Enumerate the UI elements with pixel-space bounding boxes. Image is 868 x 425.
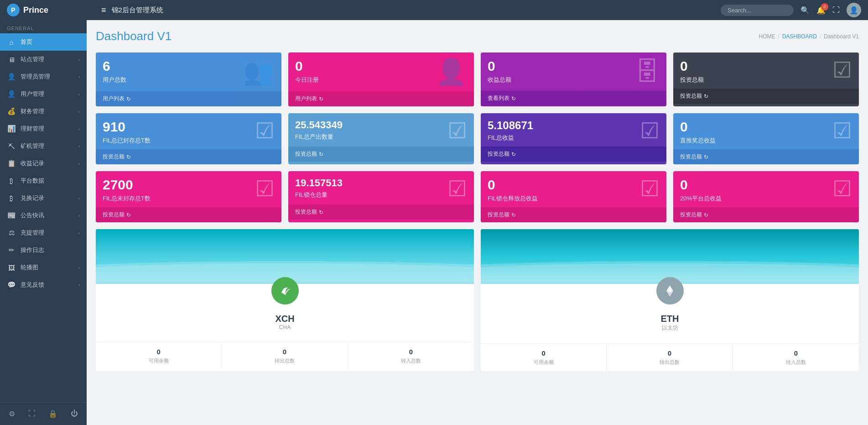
refresh-icon-6: ↻ xyxy=(319,151,323,157)
stat-card-link-total-income[interactable]: 查看列表 ↻ xyxy=(481,91,666,106)
sidebar-item-feedback[interactable]: 💬 意见反馈 › xyxy=(0,276,87,294)
stat-card-direct-bonus[interactable]: 0 直推奖总收益 ☑ 投资总额 ↻ xyxy=(673,113,859,164)
stat-link-fil-released[interactable]: 投资总额 ↻ xyxy=(488,211,516,219)
stat-link-fil-income[interactable]: 投资总额 ↻ xyxy=(488,150,516,158)
mining-icon: ⛏ xyxy=(7,142,16,150)
search-input[interactable] xyxy=(721,5,794,16)
sidebar-item-platform[interactable]: ₿ 平台数据 xyxy=(0,172,87,189)
lock-icon[interactable]: 🔒 xyxy=(46,407,60,420)
stat-link-platform-20[interactable]: 投资总额 ↻ xyxy=(680,211,708,219)
sidebar-item-home[interactable]: ⌂ 首页 xyxy=(0,33,87,51)
app-name: Prince xyxy=(23,5,48,15)
stat-card-fil-income[interactable]: 5.108671 FIL总收益 ☑ 投资总额 ↻ xyxy=(481,113,666,164)
stat-card-link-fil-unsealed[interactable]: 投资总额 ↻ xyxy=(96,207,281,222)
check-icon-12: ☑ xyxy=(832,178,852,200)
sidebar-item-finance[interactable]: 💰 财务管理 › xyxy=(0,103,87,120)
chevron-right-icon-11: › xyxy=(78,230,80,236)
sidebar-item-recharge[interactable]: ⚖ 充提管理 › xyxy=(0,224,87,241)
breadcrumb-dashboard[interactable]: DASHBOARD xyxy=(782,33,817,40)
stat-card-link-direct-bonus[interactable]: 投资总额 ↻ xyxy=(673,149,859,164)
sidebar-label-banner: 轮播图 xyxy=(21,263,73,272)
hamburger-button[interactable]: ≡ xyxy=(101,5,106,15)
stat-link-fil-produced[interactable]: 投资总额 ↻ xyxy=(295,150,323,158)
sidebar-item-income[interactable]: 📋 收益记录 › xyxy=(0,155,87,172)
refresh-icon-12: ↻ xyxy=(704,212,708,218)
stat-value-platform-20: 0 xyxy=(680,178,722,192)
stat-link-total-income[interactable]: 查看列表 ↻ xyxy=(488,94,516,102)
stat-link-total-invest[interactable]: 投资总额 ↻ xyxy=(680,92,708,100)
system-title: 锦2后台管理系统 xyxy=(112,6,163,15)
expand-icon[interactable]: ⛶ xyxy=(26,407,38,420)
stat-card-link-total-users[interactable]: 用户列表 ↻ xyxy=(96,91,281,106)
notification-icon[interactable]: 🔔 0 xyxy=(816,6,826,15)
chevron-right-icon-10: › xyxy=(78,213,80,218)
stat-card-total-invest[interactable]: 0 投资总额 ☑ 投资总额 ↻ xyxy=(673,52,859,106)
stat-card-total-income[interactable]: 0 收益总额 🗄 查看列表 ↻ xyxy=(481,52,666,106)
stat-card-total-users[interactable]: 6 用户总数 👥 用户列表 ↻ xyxy=(96,52,281,106)
stat-link-fil-sealed[interactable]: 投资总额 ↻ xyxy=(103,153,131,161)
stat-card-top-8: 0 直推奖总收益 ☑ xyxy=(673,113,859,149)
stat-info-4: 0 投资总额 xyxy=(680,59,704,84)
stat-card-fil-released[interactable]: 0 FIL锁仓释放总收益 ☑ 投资总额 ↻ xyxy=(481,171,666,222)
stat-link-direct-bonus[interactable]: 投资总额 ↻ xyxy=(680,153,708,161)
crypto-grid: XCH CHA 0 可用余额 0 转出总数 0 转入总数 xyxy=(96,229,859,371)
refresh-icon-3: ↻ xyxy=(511,95,516,102)
sidebar-item-exchange[interactable]: ₿ 兑换记录 › xyxy=(0,189,87,207)
stat-card-top-5: 910 FIL总已封存总T数 ☑ xyxy=(96,113,281,149)
xch-transfer-in-value: 0 xyxy=(353,348,468,356)
sidebar-label-platform: 平台数据 xyxy=(21,177,80,185)
stat-card-today-register[interactable]: 0 今日注册 👤 用户列表 ↻ xyxy=(288,52,474,106)
chevron-right-icon-3: › xyxy=(78,91,80,97)
sidebar-item-banner[interactable]: 🖼 轮播图 › xyxy=(0,259,87,276)
stat-card-link-today-register[interactable]: 用户列表 ↻ xyxy=(288,91,474,106)
nav-right: 🔍 🔔 0 ⛶ 👤 xyxy=(721,3,861,17)
stat-info-2: 0 今日注册 xyxy=(295,59,319,84)
stat-card-link-fil-produced[interactable]: 投资总额 ↻ xyxy=(288,147,474,162)
settings-icon[interactable]: ⚙ xyxy=(6,407,17,420)
stat-card-link-fil-sealed[interactable]: 投资总额 ↻ xyxy=(96,149,281,164)
check-icon-9: ☑ xyxy=(255,178,275,200)
sidebar-item-mining[interactable]: ⛏ 矿机管理 › xyxy=(0,137,87,155)
stat-link-today-register[interactable]: 用户列表 ↻ xyxy=(295,95,323,103)
eth-available: 0 可用余额 xyxy=(481,344,607,371)
fullscreen-icon[interactable]: ⛶ xyxy=(832,6,840,14)
stat-card-fil-sealed[interactable]: 910 FIL总已封存总T数 ☑ 投资总额 ↻ xyxy=(96,113,281,164)
stat-card-link-fil-released[interactable]: 投资总额 ↻ xyxy=(481,207,666,222)
sidebar-item-wealth[interactable]: 📊 理财管理 › xyxy=(0,120,87,137)
sidebar-item-user[interactable]: 👤 用户管理 › xyxy=(0,85,87,103)
stat-info-8: 0 直推奖总收益 xyxy=(680,120,716,145)
user-avatar[interactable]: 👤 xyxy=(847,3,861,17)
sidebar-bottom: ⚙ ⛶ 🔒 ⏻ xyxy=(0,402,87,425)
eth-banner xyxy=(481,229,859,284)
platform-icon: ₿ xyxy=(7,177,16,185)
stat-link-fil-unsealed[interactable]: 投资总额 ↻ xyxy=(103,211,131,219)
stat-card-platform-20[interactable]: 0 20%平台总收益 ☑ 投资总额 ↻ xyxy=(673,171,859,222)
crypto-card-xch: XCH CHA 0 可用余额 0 转出总数 0 转入总数 xyxy=(96,229,474,371)
breadcrumb-home[interactable]: HOME xyxy=(759,33,775,40)
refresh-icon-5: ↻ xyxy=(126,154,131,160)
stat-card-top-11: 0 FIL锁仓释放总收益 ☑ xyxy=(481,171,666,207)
sidebar-item-oplog[interactable]: ✏ 操作日志 xyxy=(0,241,87,259)
power-icon[interactable]: ⏻ xyxy=(68,407,80,420)
stat-info-6: 25.543349 FIL总产出数量 xyxy=(295,120,343,141)
user-icon: 👤 xyxy=(7,90,16,98)
admin-icon: 👤 xyxy=(7,73,16,81)
stat-link-fil-locked[interactable]: 投资总额 ↻ xyxy=(295,208,323,216)
sidebar-label-income: 收益记录 xyxy=(21,159,73,168)
xch-transfer-in-label: 转入总数 xyxy=(353,357,468,364)
crypto-card-eth: ETH 以太坊 0 可用余额 0 转出总数 0 转入总数 xyxy=(481,229,859,371)
stat-link-total-users[interactable]: 用户列表 ↻ xyxy=(103,95,131,103)
stat-card-link-fil-income[interactable]: 投资总额 ↻ xyxy=(481,147,666,162)
stat-card-link-platform-20[interactable]: 投资总额 ↻ xyxy=(673,207,859,222)
stat-card-fil-produced[interactable]: 25.543349 FIL总产出数量 ☑ 投资总额 ↻ xyxy=(288,113,474,164)
stat-card-link-fil-locked[interactable]: 投资总额 ↻ xyxy=(288,205,474,220)
stat-card-fil-locked[interactable]: 19.157513 FIL锁仓总量 ☑ 投资总额 ↻ xyxy=(288,171,474,222)
stat-card-fil-unsealed[interactable]: 2700 FIL总未封存总T数 ☑ 投资总额 ↻ xyxy=(96,171,281,222)
stat-card-link-total-invest[interactable]: 投资总额 ↻ xyxy=(673,89,859,104)
check-icon-8: ☑ xyxy=(832,120,852,142)
sidebar-item-site[interactable]: 🖥 站点管理 › xyxy=(0,51,87,68)
eth-diamond-icon xyxy=(662,283,678,299)
search-icon[interactable]: 🔍 xyxy=(800,6,810,15)
sidebar-item-news[interactable]: 📰 公告快讯 › xyxy=(0,207,87,224)
sidebar-item-admin[interactable]: 👤 管理员管理 › xyxy=(0,68,87,85)
